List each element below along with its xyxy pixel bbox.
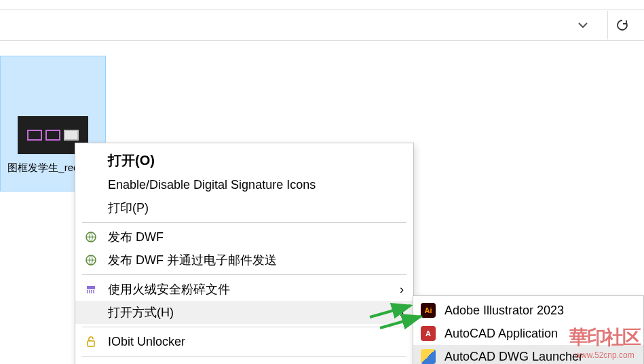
dwg-launcher-icon (421, 349, 436, 364)
autocad-icon: A (421, 326, 436, 341)
chevron-right-icon: › (400, 283, 404, 297)
menu-print[interactable]: 打印(P) (75, 196, 413, 219)
globe-icon (83, 230, 98, 244)
svg-rect-2 (87, 286, 95, 289)
submenu-autocad-dwg-launcher[interactable]: AutoCAD DWG Launcher (413, 345, 643, 364)
menu-separator (82, 356, 406, 357)
menu-huorong-shred[interactable]: 使用火绒安全粉碎文件 › (75, 278, 413, 301)
content-area[interactable]: 图框发学生_recover 打开(O) Enable/Disable Digit… (0, 41, 644, 364)
menu-iobit-unlocker[interactable]: IObit Unlocker (75, 330, 413, 353)
menu-open[interactable]: 打开(O) (75, 147, 413, 173)
menu-publish-dwf-email[interactable]: 发布 DWF 并通过电子邮件发送 (75, 249, 413, 272)
address-bar (0, 10, 644, 41)
menu-add-to-archive[interactable]: 添加到压缩文件(A)... (75, 359, 413, 364)
chevron-down-icon (577, 20, 588, 31)
submenu-autocad-application[interactable]: A AutoCAD Application (413, 322, 643, 345)
adobe-illustrator-icon: Ai (421, 303, 436, 318)
address-dropdown[interactable] (568, 13, 598, 37)
svg-rect-3 (88, 341, 94, 346)
globe-icon (83, 253, 98, 268)
refresh-button[interactable] (607, 11, 636, 39)
menu-digital-signature[interactable]: Enable/Disable Digital Signature Icons (75, 173, 413, 196)
menu-separator (82, 327, 406, 327)
context-menu: 打开(O) Enable/Disable Digital Signature I… (75, 143, 414, 364)
menu-open-with[interactable]: 打开方式(H) › (75, 301, 413, 324)
toolbar-strip (0, 0, 644, 10)
menu-publish-dwf[interactable]: 发布 DWF (75, 225, 413, 249)
refresh-icon (615, 18, 629, 32)
shredder-icon (83, 282, 98, 297)
submenu-adobe-illustrator[interactable]: Ai Adobe Illustrator 2023 (413, 299, 643, 322)
menu-separator (82, 274, 406, 275)
open-with-submenu: Ai Adobe Illustrator 2023 A AutoCAD Appl… (413, 295, 644, 364)
chevron-right-icon: › (400, 306, 404, 320)
menu-separator (82, 222, 406, 223)
lock-icon (83, 334, 98, 349)
